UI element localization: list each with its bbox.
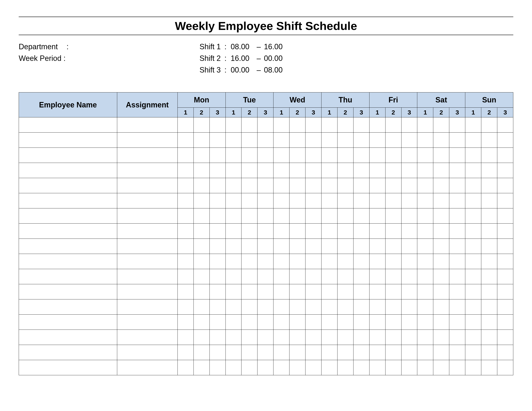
header-day-wed: Wed [274,93,322,108]
cell-shift [193,345,209,360]
cell-shift [226,239,241,254]
cell-shift [353,345,369,360]
cell-shift [305,360,322,375]
cell-shift [305,330,322,345]
cell-shift [385,330,401,345]
cell-shift [209,315,226,330]
cell-shift [305,148,322,163]
cell-shift [193,315,209,330]
cell-shift [481,269,497,284]
cell-shift [481,148,497,163]
cell-shift [289,163,305,178]
table-row [19,360,513,375]
cell-shift [353,163,369,178]
shift-1-start: 08.00 [231,41,254,53]
cell-shift [449,224,465,239]
cell-shift [337,208,353,224]
cell-shift [481,117,497,133]
cell-shift [274,178,289,193]
cell-shift [193,148,209,163]
cell-shift [257,360,274,375]
cell-shift [178,163,193,178]
cell-shift [449,330,465,345]
cell-shift [497,345,513,360]
cell-shift [497,193,513,208]
cell-shift [209,133,226,148]
cell-shift [322,117,337,133]
cell-shift [178,299,193,315]
cell-shift [353,284,369,299]
cell-shift [385,345,401,360]
cell-shift [274,208,289,224]
cell-shift [401,239,417,254]
cell-shift [241,299,257,315]
cell-shift [193,224,209,239]
header-shift-number: 1 [369,108,385,117]
cell-shift [401,269,417,284]
cell-shift [353,224,369,239]
cell-shift [209,239,226,254]
cell-shift [401,193,417,208]
cell-shift [257,193,274,208]
cell-shift [322,345,337,360]
cell-shift [226,178,241,193]
cell-shift [226,254,241,269]
cell-shift [241,193,257,208]
cell-shift [497,208,513,224]
cell-shift [257,299,274,315]
cell-shift [337,299,353,315]
table-row [19,163,513,178]
cell-shift [337,345,353,360]
cell-shift [274,315,289,330]
cell-shift [417,208,433,224]
week-period-label: Week Period : [19,54,66,63]
cell-shift [385,208,401,224]
table-row [19,208,513,224]
header-shift-number: 3 [305,108,322,117]
cell-shift [226,193,241,208]
cell-shift [369,133,385,148]
header-day-sat: Sat [417,93,465,108]
cell-shift [465,284,481,299]
cell-shift [465,193,481,208]
cell-shift [226,360,241,375]
cell-shift [481,133,497,148]
cell-shift [385,299,401,315]
cell-shift [401,315,417,330]
cell-shift [417,330,433,345]
cell-shift [401,254,417,269]
cell-shift [417,163,433,178]
cell-employee-name [19,193,117,208]
cell-shift [178,224,193,239]
cell-employee-name [19,299,117,315]
cell-shift [241,208,257,224]
cell-shift [497,178,513,193]
cell-shift [337,330,353,345]
cell-shift [193,254,209,269]
cell-shift [274,299,289,315]
cell-shift [274,254,289,269]
cell-shift [289,193,305,208]
cell-shift [226,163,241,178]
cell-shift [209,254,226,269]
cell-employee-name [19,148,117,163]
cell-shift [385,254,401,269]
cell-shift [322,224,337,239]
cell-shift [241,315,257,330]
cell-shift [369,254,385,269]
cell-shift [209,269,226,284]
cell-assignment [117,345,178,360]
table-row [19,330,513,345]
cell-shift [433,269,449,284]
cell-shift [178,254,193,269]
cell-shift [274,133,289,148]
cell-shift [417,133,433,148]
cell-shift [401,345,417,360]
shift-2-start: 16.00 [231,53,254,64]
cell-shift [497,224,513,239]
cell-shift [497,360,513,375]
cell-shift [241,133,257,148]
cell-shift [401,208,417,224]
cell-shift [289,254,305,269]
header-shift-number: 2 [481,108,497,117]
